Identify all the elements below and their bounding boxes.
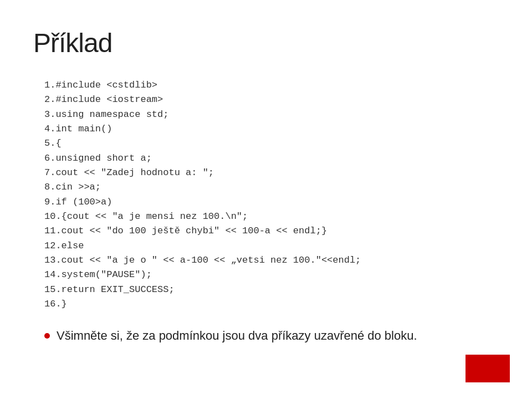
bullet-dot-icon	[44, 333, 50, 339]
code-line-4: 4.int main()	[44, 122, 499, 136]
code-line-13: 13.cout << "a je o " << a-100 << „vetsi …	[44, 253, 499, 268]
red-box-decoration	[466, 355, 510, 382]
code-line-16: 16.}	[44, 297, 499, 311]
code-line-6: 6.unsigned short a;	[44, 151, 499, 166]
bullet-text: Všimněte si, že za podmínkou jsou dva př…	[57, 329, 417, 343]
code-line-2: 2.#include <iostream>	[44, 93, 499, 107]
code-line-5: 5.{	[44, 136, 499, 151]
code-line-12: 12.else	[44, 239, 499, 253]
code-line-9: 9.if (100>a)	[44, 195, 499, 209]
code-line-1: 1.#include <cstdlib>	[44, 78, 499, 93]
slide-title: Příklad	[33, 28, 499, 58]
code-line-14: 14.system("PAUSE");	[44, 268, 499, 282]
code-line-3: 3.using namespace std;	[44, 108, 499, 122]
code-line-8: 8.cin >>a;	[44, 180, 499, 195]
bullet-section: Všimněte si, že za podmínkou jsou dva př…	[44, 329, 499, 343]
slide: Příklad 1.#include <cstdlib> 2.#include …	[0, 0, 532, 399]
code-line-11: 11.cout << "do 100 ještě chybi" << 100-a…	[44, 224, 499, 238]
code-line-7: 7.cout << "Zadej hodnotu a: ";	[44, 166, 499, 180]
code-block: 1.#include <cstdlib> 2.#include <iostrea…	[44, 78, 499, 312]
code-line-10: 10.{cout << "a je mensi nez 100.\n";	[44, 209, 499, 224]
code-line-15: 15.return EXIT_SUCCESS;	[44, 283, 499, 297]
